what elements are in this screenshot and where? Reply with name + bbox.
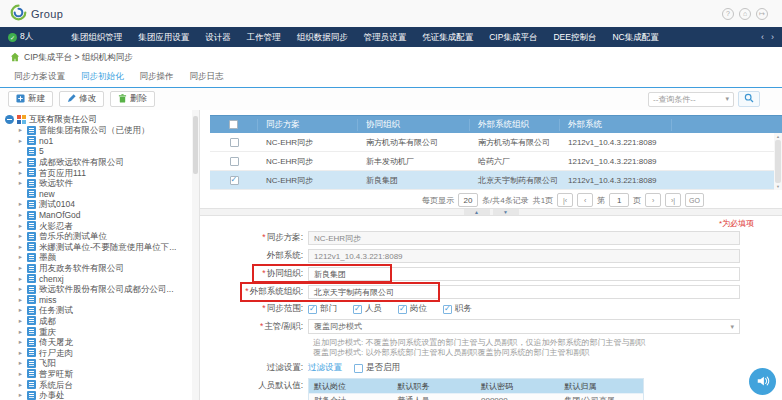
external-org-field[interactable]: 北京天宇制药有限公司 — [308, 285, 740, 299]
logout-icon[interactable]: ↦ — [756, 8, 768, 20]
new-button[interactable]: 新建 — [8, 91, 53, 107]
tree-expand-icon[interactable]: ▸ — [17, 199, 24, 209]
tree-node[interactable]: ▸no1 — [5, 136, 191, 147]
nav-next-icon[interactable]: › — [771, 32, 774, 42]
tree-node[interactable]: ▸测试0104 — [5, 199, 191, 210]
tree-expand-icon[interactable]: ▸ — [17, 358, 24, 368]
tree-node[interactable]: new — [5, 189, 191, 200]
tree-node[interactable]: ▸行尸走肉 — [5, 347, 191, 358]
tab-同步方案设置[interactable]: 同步方案设置 — [6, 71, 73, 87]
help-icon[interactable]: ? — [722, 8, 734, 20]
tree-expand-icon[interactable]: ▸ — [17, 231, 24, 241]
filter-enable-option[interactable]: 是否启用 — [354, 362, 400, 374]
collapse-icon[interactable] — [5, 115, 14, 124]
tree-expand-icon[interactable]: ▸ — [17, 316, 24, 326]
tree-expand-icon[interactable]: ▸ — [17, 252, 24, 262]
tree-node[interactable]: ▸任务测试 — [5, 305, 191, 316]
filter-enable-checkbox[interactable] — [354, 364, 363, 373]
column-header[interactable]: 协同组织 — [358, 119, 470, 131]
scope-option-岗位[interactable]: 岗位 — [398, 303, 427, 315]
tree-node[interactable]: ▸飞阳 — [5, 358, 191, 369]
scope-checkbox[interactable] — [443, 305, 452, 314]
tree-expand-icon[interactable]: ▸ — [17, 157, 24, 167]
scroll-up-icon[interactable]: ▲ — [776, 134, 780, 139]
scope-checkbox[interactable] — [308, 305, 317, 314]
tree-node[interactable]: ▸chenxj — [5, 273, 191, 284]
nav-item-凭证集成配置[interactable]: 凭证集成配置 — [414, 27, 481, 47]
tree-node[interactable]: 5 — [5, 146, 191, 157]
tree-node[interactable]: ▸致远软件股份有限公司成都分公司... — [5, 284, 191, 295]
nav-prev-icon[interactable]: ‹ — [761, 32, 764, 42]
table-scrollbar[interactable]: ▲ ▼ — [774, 133, 782, 190]
nav-item-NC集成配置[interactable]: NC集成配置 — [604, 27, 666, 47]
panel-splitter[interactable]: ▲ ▼ — [200, 208, 782, 216]
column-header[interactable]: 外部系统组织 — [470, 119, 560, 131]
search-button[interactable] — [738, 91, 760, 107]
tree-node[interactable]: ▸曾乐乐的测试单位 — [5, 231, 191, 242]
tree-expand-icon[interactable]: ▸ — [17, 221, 24, 231]
collab-org-field[interactable]: 新良集团 — [308, 267, 740, 281]
tree-node[interactable]: ▸ManOfGod — [5, 210, 191, 221]
page-input[interactable]: 1 — [609, 193, 629, 207]
prev-page-button[interactable]: ‹ — [577, 193, 593, 207]
table-row[interactable]: NC-EHR同步新良集团北京天宇制药有限公司1212v1_10.4.3.221:… — [210, 171, 782, 190]
tree-node[interactable]: ▸首页应用111 — [5, 167, 191, 178]
tree-node[interactable]: ▸致远软件 — [5, 178, 191, 189]
delete-button[interactable]: 删除 — [110, 91, 155, 107]
nav-item-CIP集成平台[interactable]: CIP集成平台 — [481, 27, 545, 47]
online-users[interactable]: ✓ 8人 — [8, 31, 33, 43]
external-system-field[interactable]: 1212v1_10.4.3.221:8089 — [308, 249, 740, 263]
tree-expand-icon[interactable]: ▸ — [17, 284, 24, 294]
tab-同步初始化[interactable]: 同步初始化 — [73, 71, 132, 87]
tab-同步日志[interactable]: 同步日志 — [182, 71, 232, 87]
collapse-up-icon[interactable]: ▲ — [464, 209, 490, 215]
tree-root-node[interactable]: 互联有限责任公司 — [5, 114, 191, 125]
column-header[interactable]: 同步方案 — [258, 119, 358, 131]
nav-item-工作管理[interactable]: 工作管理 — [239, 27, 289, 47]
home-icon[interactable]: ⌂ — [739, 8, 751, 20]
tree-node[interactable]: ▸米娜测试单位-不要随意使用单位下... — [5, 242, 191, 253]
tree-node[interactable]: ▸墨颜 — [5, 252, 191, 263]
tree-expand-icon[interactable]: ▸ — [17, 125, 24, 135]
tree-node[interactable]: ▸办事处 — [5, 390, 191, 400]
tree-scrollbar[interactable] — [192, 110, 199, 400]
go-button[interactable]: GO — [685, 193, 704, 207]
scroll-down-icon[interactable]: ▼ — [776, 184, 780, 189]
nav-item-组织数据同步[interactable]: 组织数据同步 — [289, 27, 356, 47]
tree-expand-icon[interactable]: ▸ — [17, 348, 24, 358]
nav-item-集团组织管理[interactable]: 集团组织管理 — [63, 27, 130, 47]
column-header[interactable]: 外部系统 — [560, 119, 672, 131]
scope-checkbox[interactable] — [398, 305, 407, 314]
tree-expand-icon[interactable]: ▸ — [17, 380, 24, 390]
tree-node[interactable]: ▸系统后台 — [5, 379, 191, 390]
nav-item-设计器[interactable]: 设计器 — [197, 27, 239, 47]
table-row[interactable]: NC-EHR同步新丰发动机厂哈药六厂1212v1_10.4.3.221:8089 — [210, 152, 782, 171]
breadcrumb-home-icon[interactable] — [10, 52, 20, 64]
tree-expand-icon[interactable]: ▸ — [17, 327, 24, 337]
tree-expand-icon[interactable]: ▸ — [17, 369, 24, 379]
row-checkbox[interactable] — [230, 157, 239, 166]
tree-node[interactable]: ▸用友政务软件有限公司 — [5, 263, 191, 274]
tree-expand-icon[interactable]: ▸ — [17, 390, 24, 400]
query-condition-select[interactable]: --查询条件-- ▾ — [648, 92, 734, 107]
tree-node[interactable]: ▸晋能集团有限公司（已使用） — [5, 125, 191, 136]
tree-expand-icon[interactable]: ▸ — [17, 136, 24, 146]
tree-expand-icon[interactable]: ▸ — [17, 295, 24, 305]
scope-option-人员[interactable]: 人员 — [353, 303, 382, 315]
table-scrollbar-thumb[interactable] — [775, 140, 781, 183]
tree-expand-icon[interactable]: ▸ — [17, 168, 24, 178]
tree-expand-icon[interactable]: ▸ — [17, 242, 24, 252]
tree-node[interactable]: ▸成都致远软件有限公司 — [5, 157, 191, 168]
per-page-input[interactable]: 20 — [458, 193, 478, 207]
scope-checkbox[interactable] — [353, 305, 362, 314]
tree-node[interactable]: ▸火影忍者 — [5, 220, 191, 231]
sync-plan-field[interactable]: NC-EHR同步 — [308, 231, 740, 245]
tree-expand-icon[interactable]: ▸ — [17, 263, 24, 273]
tree-node[interactable]: ▸成都 — [5, 316, 191, 327]
first-page-button[interactable]: |‹ — [557, 193, 573, 207]
edit-button[interactable]: 修改 — [59, 91, 104, 107]
next-page-button[interactable]: › — [645, 193, 661, 207]
tree-expand-icon[interactable]: ▸ — [17, 305, 24, 315]
tree-expand-icon[interactable]: ▸ — [17, 178, 24, 188]
scope-option-职务[interactable]: 职务 — [443, 303, 472, 315]
